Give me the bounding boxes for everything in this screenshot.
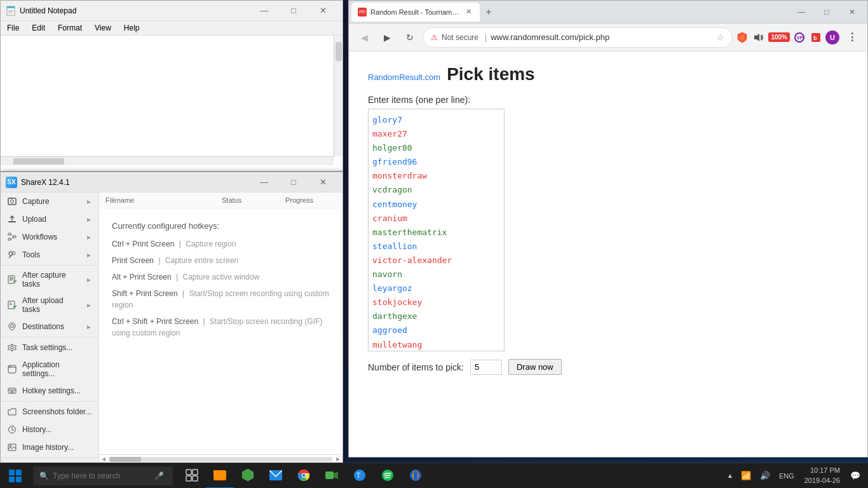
pick-controls: Number of items to pick: Draw now	[368, 359, 848, 375]
notepad-content	[1, 36, 342, 165]
volume-icon[interactable]	[752, 30, 766, 44]
sidebar-item-task-settings-label: Task settings...	[22, 343, 92, 352]
browser-back-button[interactable]: ◀	[354, 27, 374, 48]
taskbar-app-file-explorer[interactable]	[206, 463, 234, 489]
notepad-menu-help[interactable]: Help	[118, 21, 146, 35]
notepad-menu-view[interactable]: View	[88, 21, 118, 35]
sidebar-item-image-history[interactable]: Image history...	[1, 438, 98, 456]
sidebar-item-history[interactable]: History...	[1, 421, 98, 438]
items-textarea[interactable]: glory7maxer27holger80gfriend96monsterdra…	[368, 109, 505, 351]
taskbar-app-spotify[interactable]	[374, 463, 402, 489]
browser-close-button[interactable]: ✕	[839, 1, 865, 24]
sharex-body: Capture ► Upload ► Workflows ►	[1, 193, 342, 463]
start-button[interactable]	[0, 463, 31, 489]
sharex-minimize-button[interactable]: —	[250, 172, 279, 193]
hotkey-item-2: Print Screen | Capture entire screen	[112, 255, 330, 266]
draw-now-button[interactable]: Draw now	[508, 359, 562, 375]
sidebar-divider-1	[1, 265, 98, 266]
notepad-menu-edit[interactable]: Edit	[25, 21, 51, 35]
sidebar-divider-2	[1, 337, 98, 337]
svg-rect-3	[8, 11, 13, 12]
browser-minimize-button[interactable]: —	[789, 1, 814, 24]
search-input[interactable]	[53, 471, 154, 480]
sharex-sidebar: Capture ► Upload ► Workflows ►	[1, 193, 99, 463]
svg-rect-8	[8, 221, 16, 222]
browser-user-avatar[interactable]: U	[825, 30, 839, 44]
sharex-scrollbar-horizontal[interactable]: ◀ ▶	[99, 454, 342, 463]
browser-address-bar[interactable]: ⚠ Not secure | www.randomresult.com/pick…	[423, 27, 733, 48]
sidebar-item-capture[interactable]: Capture ►	[1, 193, 98, 210]
taskbar-app-security[interactable]	[234, 463, 262, 489]
notepad-titlebar[interactable]: Untitled Notepad — □ ✕	[1, 1, 342, 21]
sharex-titlebar[interactable]: SX ShareX 12.4.1 — □ ✕	[1, 172, 342, 193]
notepad-textarea[interactable]	[1, 36, 342, 165]
mic-icon[interactable]: 🎤	[154, 471, 164, 480]
sidebar-item-after-upload-tasks[interactable]: After upload tasks ►	[1, 292, 98, 318]
taskbar-app-meet[interactable]	[318, 463, 346, 489]
network-icon[interactable]: 📶	[738, 468, 754, 483]
browser-tab-favicon: RR	[358, 8, 367, 17]
browser-forward-button[interactable]: ▶	[377, 27, 397, 48]
svg-point-24	[9, 366, 10, 367]
screenshots-folder-icon	[7, 407, 17, 417]
notepad-maximize-button[interactable]: □	[279, 1, 308, 21]
site-link[interactable]: RandomResult.com	[368, 72, 440, 82]
notepad-menu-file[interactable]: File	[1, 21, 25, 35]
taskbar-app-translate[interactable]: T	[346, 463, 374, 489]
vpn-icon[interactable]: VPN	[792, 30, 806, 44]
notepad-scrollbar-vertical[interactable]	[334, 36, 342, 156]
notepad-scroll-thumb-vertical[interactable]	[336, 42, 342, 61]
pick-number-input[interactable]	[470, 360, 502, 375]
sidebar-item-hotkey-settings[interactable]: Hotkey settings...	[1, 382, 98, 400]
sidebar-item-workflows[interactable]: Workflows ►	[1, 228, 98, 246]
svg-rect-51	[186, 470, 191, 475]
taskbar-clock[interactable]: 10:17 PM 2019-04-26	[799, 463, 845, 488]
browser-menu-button[interactable]: ⋮	[842, 27, 862, 48]
browser-content: RandomResult.com Pick items Enter items …	[349, 51, 867, 457]
notepad-scroll-thumb-horizontal[interactable]	[13, 158, 64, 165]
svg-marker-46	[754, 34, 759, 41]
taskbar-search[interactable]: 🔍 🎤	[33, 466, 173, 485]
sidebar-item-destinations[interactable]: Destinations ►	[1, 318, 98, 336]
notepad-scrollbar-horizontal[interactable]	[1, 156, 334, 165]
sidebar-item-after-capture-tasks[interactable]: After capture tasks ►	[1, 267, 98, 292]
hotkey-keys-5: Ctrl + Shift + Print Screen	[112, 317, 198, 326]
notepad-close-button[interactable]: ✕	[308, 1, 337, 21]
taskbar-app-mail[interactable]	[262, 463, 290, 489]
sidebar-item-tools[interactable]: Tools ►	[1, 246, 98, 264]
task-view-icon	[186, 469, 198, 482]
taskbar-app-firefox[interactable]	[402, 463, 430, 489]
sidebar-item-screenshots-folder[interactable]: Screenshots folder...	[1, 403, 98, 421]
notepad-menu-format[interactable]: Format	[51, 21, 88, 35]
notification-icon[interactable]: 💬	[848, 468, 863, 483]
sidebar-item-history-label: History...	[22, 425, 92, 434]
sidebar-item-app-settings[interactable]: Application settings...	[1, 356, 98, 382]
sidebar-item-upload[interactable]: Upload ►	[1, 210, 98, 228]
sharex-close-button[interactable]: ✕	[308, 172, 337, 193]
chrome-icon	[297, 469, 310, 482]
bookmark-icon[interactable]: ☆	[716, 32, 724, 43]
browser-maximize-button[interactable]: □	[814, 1, 839, 24]
svg-rect-15	[8, 276, 15, 283]
search-icon: 🔍	[39, 471, 49, 480]
hotkeys-title: Currently configured hotkeys:	[112, 221, 330, 231]
browser-window: RR Random Result - Tournament dr... ✕ + …	[348, 0, 868, 458]
browser-new-tab-button[interactable]: +	[480, 3, 498, 21]
browser-tab-active[interactable]: RR Random Result - Tournament dr... ✕	[351, 3, 480, 22]
sidebar-item-task-settings[interactable]: Task settings...	[1, 339, 98, 356]
scrollbar-thumb[interactable]	[109, 457, 141, 462]
folder-icon	[214, 470, 226, 480]
browser-tab-close[interactable]: ✕	[463, 7, 473, 17]
brave-shield-icon[interactable]	[735, 30, 749, 44]
ext-icon-4[interactable]: b	[809, 30, 823, 44]
language-indicator[interactable]: ENG	[776, 470, 797, 482]
browser-url[interactable]: www.randomresult.com/pick.php	[491, 32, 712, 42]
sharex-maximize-button[interactable]: □	[279, 172, 308, 193]
browser-refresh-button[interactable]: ↻	[400, 27, 420, 48]
taskbar-app-chrome[interactable]	[290, 463, 318, 489]
system-tray-expand-icon[interactable]: ▲	[724, 470, 736, 482]
taskbar-app-task-view[interactable]	[178, 463, 206, 489]
volume-sys-icon[interactable]: 🔊	[757, 468, 773, 483]
hotkey-sep-3: |	[176, 273, 180, 281]
notepad-minimize-button[interactable]: —	[250, 1, 279, 21]
